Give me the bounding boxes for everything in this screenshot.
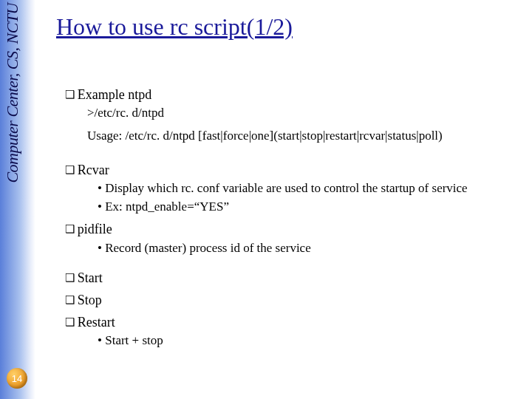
restart-sub-1: Start + stop [98,332,516,349]
bullet-pidfile: pidfile [65,220,516,238]
bullet-example: Example ntpd [65,86,516,103]
bullet-start: Start [65,269,516,287]
bullet-stop: Stop [65,291,516,309]
org-label: Computer Center, CS, NCTU [3,3,22,183]
content-body: Example ntpd >/etc/rc. d/ntpd Usage: /et… [65,81,516,351]
pidfile-sub-1: Record (master) process id of the servic… [98,240,516,257]
page-title: How to use rc script(1/2) [56,13,293,41]
bullet-restart: Restart [65,313,516,331]
rcvar-sub-2: Ex: ntpd_enable=“YES” [98,199,516,216]
bullet-rcvar: Rcvar [65,161,516,179]
sidebar-gradient: Computer Center, CS, NCTU [0,0,35,399]
slide-number-badge: 14 [7,368,27,389]
rcvar-sub-1: Display which rc. conf variable are used… [98,180,516,197]
code-line-2: Usage: /etc/rc. d/ntpd [fast|force|one](… [87,128,516,145]
code-line-1: >/etc/rc. d/ntpd [87,105,516,122]
